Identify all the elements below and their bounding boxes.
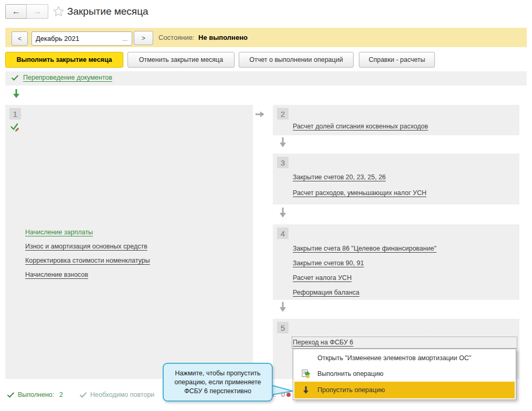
tooltip-line-3: ФСБУ 6 перспективно (184, 387, 251, 396)
calculations-references-button[interactable]: Справки - расчеты (359, 52, 435, 68)
tooltip-line-1: Нажмите, чтобы пропустить (175, 369, 261, 378)
green-check-icon (12, 75, 18, 81)
operation-link-close-accounts-20-26[interactable]: Закрытие счетов 20, 23, 25, 26 (293, 174, 386, 181)
group-4-panel: 4 Закрытие счета 86 "Целевое финансирова… (273, 224, 519, 300)
group-5-number: 5 (277, 322, 289, 333)
cancel-closing-button[interactable]: Отменить закрытие месяца (127, 52, 235, 68)
operations-report-button[interactable]: Отчет о выполнении операций (239, 52, 354, 68)
group-2-number: 2 (277, 108, 289, 120)
back-button[interactable]: ← (5, 4, 27, 19)
operation-link-depreciation[interactable]: Износ и амортизация основных средств (25, 243, 147, 250)
operation-context-menu: Открыть "Изменение элементов амортизации… (293, 349, 516, 400)
flow-down-arrow-green-icon (13, 89, 20, 99)
menu-item-execute-operation[interactable]: Выполнить операцию (294, 366, 515, 382)
next-period-button[interactable]: > (134, 31, 153, 45)
operation-link-fsbu6-transition[interactable]: Переход на ФСБУ 6 (293, 339, 353, 346)
operation-link-close-account-86[interactable]: Закрытие счета 86 "Целевое финансировани… (293, 245, 437, 252)
perform-closing-button[interactable]: Выполнить закрытие месяца (5, 52, 123, 68)
done-edited-check-icon (10, 123, 19, 132)
status-done-value: 2 (59, 391, 63, 398)
month-closing-window: ← → Закрытие месяца < Декабрь 2021 ... >… (0, 0, 532, 411)
operation-link-usn-expenses[interactable]: Расчет расходов, уменьшающих налог УСН (293, 189, 427, 197)
operation-link-balance-reformation[interactable]: Реформация баланса (293, 289, 359, 296)
group-3-panel: 3 Закрытие счетов 20, 23, 25, 26 Расчет … (273, 154, 519, 204)
menu-item-skip-operation[interactable]: Пропустить операцию (294, 382, 515, 398)
skip-operation-tooltip: Нажмите, чтобы пропустить операцию, если… (163, 363, 273, 402)
period-input[interactable]: Декабрь 2021 ... (31, 31, 132, 46)
favorite-star-icon[interactable] (53, 6, 64, 17)
tooltip-line-2: операцию, если применяете (175, 378, 261, 387)
operation-link-usn-tax[interactable]: Расчет налога УСН (293, 274, 352, 282)
back-arrow-icon: ← (12, 6, 21, 17)
page-title: Закрытие месяца (67, 6, 148, 17)
skip-operation-icon (294, 386, 317, 394)
operation-link-contributions[interactable]: Начисление взносов (25, 271, 88, 278)
execute-operation-icon (294, 370, 317, 378)
operation-link-indirect-costs[interactable]: Расчет долей списания косвенных расходов (293, 123, 428, 130)
group-1-number: 1 (9, 108, 21, 120)
group-2-panel: 2 Расчет долей списания косвенных расход… (273, 105, 519, 135)
group-4-number: 4 (277, 228, 289, 239)
operation-link-salary[interactable]: Начисление зарплаты (25, 229, 93, 236)
status-repeat-check-icon (80, 392, 87, 398)
forward-arrow-icon: → (33, 6, 42, 17)
previous-period-button[interactable]: < (12, 31, 28, 46)
period-value: Декабрь 2021 (32, 35, 118, 42)
menu-item-open-depreciation-change[interactable]: Открыть "Изменение элементов амортизации… (294, 350, 515, 366)
operation-link-close-accounts-90-91[interactable]: Закрытие счетов 90, 91 (293, 259, 364, 267)
forward-button[interactable]: → (26, 4, 48, 19)
operation-link-cost-adjustment[interactable]: Корректировка стоимости номенклатуры (25, 257, 150, 264)
state-value: Не выполнено (198, 34, 248, 41)
group-3-number: 3 (277, 157, 289, 168)
period-choose-button[interactable]: ... (118, 35, 132, 42)
flow-down-arrow-icon (279, 208, 286, 218)
group-1-panel: 1 Начисление зарплаты Износ и амортизаци… (5, 105, 253, 379)
status-done-check-icon (7, 392, 14, 398)
flow-down-arrow-icon (279, 137, 286, 148)
state-label: Состояние: (158, 34, 194, 41)
reposting-link[interactable]: Перепроведение документов (23, 74, 112, 81)
status-repeat-fragment: Необходимо повтори (90, 391, 154, 398)
status-done-label: Выполнено: (18, 391, 54, 398)
flow-down-arrow-icon (279, 302, 286, 312)
flow-right-arrow-icon (256, 111, 265, 118)
